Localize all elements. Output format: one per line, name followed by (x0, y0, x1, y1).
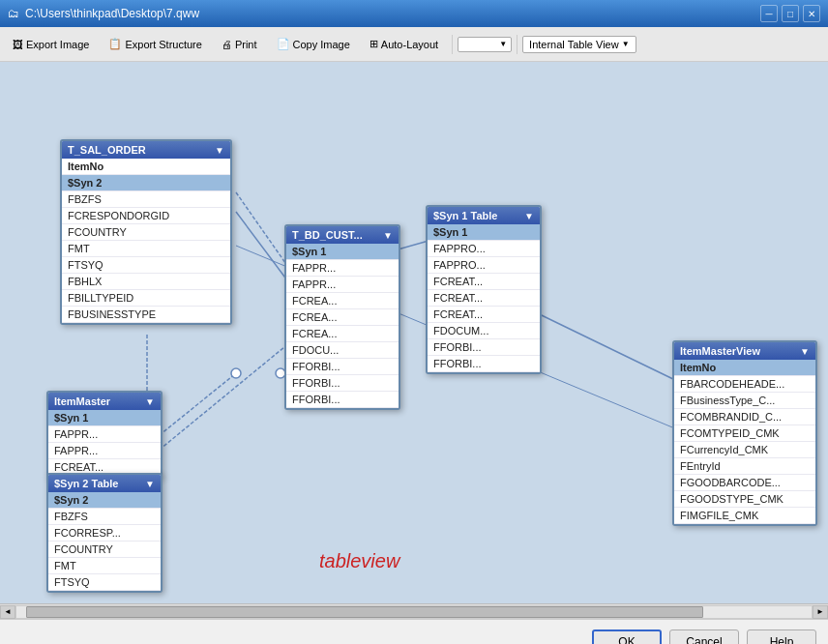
table-row[interactable]: FBUSINESSTYPE (62, 307, 230, 323)
help-button[interactable]: Help (747, 629, 816, 645)
table-row[interactable]: FCREAT... (428, 274, 540, 290)
export-structure-button[interactable]: 📋 Export Structure (100, 34, 210, 54)
zoom-dropdown-arrow[interactable]: ▼ (499, 40, 507, 48)
table-row[interactable]: FGOODSTYPE_CMK (674, 491, 815, 508)
table-ssyn1-body[interactable]: $Syn 1 FAPPRO... FAPPRO... FCREAT... FCR… (428, 224, 540, 372)
table-row[interactable]: $Syn 2 (48, 492, 161, 509)
table-row[interactable]: FAPPRO... (428, 257, 540, 274)
table-t-bd-cust-body[interactable]: $Syn 1 FAPPR... FAPPR... FCREA... FCREA.… (286, 244, 399, 408)
table-row[interactable]: FMT (62, 241, 230, 257)
table-itemmasterview-header: ItemMasterView ▼ (674, 342, 815, 360)
scroll-indicator: ▼ (524, 211, 534, 221)
table-row[interactable]: FTSYQ (48, 574, 161, 591)
minimize-button[interactable]: ─ (760, 5, 778, 22)
table-row[interactable]: FAPPR... (286, 277, 399, 293)
table-row[interactable]: FCOUNTRY (48, 542, 161, 558)
table-row[interactable]: FAPPR... (286, 260, 399, 277)
svg-line-3 (155, 373, 236, 439)
table-row[interactable]: FDOCU... (286, 342, 399, 359)
window-title: C:\Users\thinkpad\Desktop\7.qww (25, 7, 199, 20)
ok-button[interactable]: OK (592, 629, 662, 645)
export-image-icon: 🖼 (13, 39, 23, 50)
table-row[interactable]: FAPPR... (48, 426, 161, 443)
cancel-button[interactable]: Cancel (669, 629, 739, 645)
horizontal-scrollbar[interactable] (15, 605, 813, 619)
view-dropdown[interactable]: Internal Table View ▼ (522, 36, 636, 53)
table-row[interactable]: FTSYQ (62, 257, 230, 274)
scroll-right-button[interactable]: ► (813, 605, 828, 619)
table-row[interactable]: FBARCODEHEADE... (674, 376, 815, 393)
auto-layout-button[interactable]: ⊞ Auto-Layout (361, 34, 447, 54)
close-button[interactable]: ✕ (803, 5, 820, 22)
table-row[interactable]: FBHLX (62, 274, 230, 290)
table-row[interactable]: FBZFS (48, 509, 161, 525)
table-row[interactable]: FGOODBARCODE... (674, 475, 815, 491)
scroll-left-button[interactable]: ◄ (0, 605, 15, 619)
table-t-sal-order-header: T_SAL_ORDER ▼ (62, 141, 230, 159)
table-row[interactable]: FAPPR... (48, 443, 161, 459)
toolbar-sep-1 (452, 35, 453, 54)
table-row[interactable]: FCREA... (286, 326, 399, 342)
table-row[interactable]: $Syn 1 (428, 224, 540, 241)
table-row[interactable]: FCRESPONDORGID (62, 208, 230, 224)
table-row[interactable]: FEntryId (674, 458, 815, 475)
table-row[interactable]: FCREAT... (428, 307, 540, 323)
table-itemmaster-body[interactable]: $Syn 1 FAPPR... FAPPR... FCREAT... (48, 410, 161, 476)
zoom-input[interactable]: 100% (462, 39, 497, 50)
maximize-button[interactable]: □ (782, 5, 799, 22)
table-row[interactable]: FCORRESP... (48, 525, 161, 542)
table-row[interactable]: FCREA... (286, 293, 399, 309)
table-row[interactable]: $Syn 2 (62, 175, 230, 191)
table-row[interactable]: FFORBI... (286, 359, 399, 375)
copy-image-button[interactable]: 📄 Copy Image (268, 34, 359, 54)
scroll-indicator: ▼ (145, 479, 155, 489)
table-ssyn2[interactable]: $Syn 2 Table ▼ $Syn 2 FBZFS FCORRESP... … (46, 473, 163, 593)
table-row[interactable]: FFORBI... (286, 392, 399, 408)
view-label: Internal Table View (529, 39, 619, 50)
table-t-sal-order[interactable]: T_SAL_ORDER ▼ ItemNo $Syn 2 FBZFS FCRESP… (60, 139, 232, 325)
table-t-bd-cust[interactable]: T_BD_CUST... ▼ $Syn 1 FAPPR... FAPPR... … (284, 224, 400, 410)
table-itemmasterview[interactable]: ItemMasterView ▼ ItemNo FBARCODEHEADE...… (672, 340, 817, 526)
table-row[interactable]: FCurrencyId_CMK (674, 442, 815, 458)
table-row[interactable]: FBILLTYPEID (62, 290, 230, 307)
scroll-indicator: ▼ (383, 230, 393, 241)
print-button[interactable]: 🖨 Print (213, 35, 266, 54)
table-row[interactable]: ItemNo (674, 360, 815, 376)
table-row[interactable]: FDOCUM... (428, 323, 540, 339)
table-row[interactable]: FFORBI... (428, 356, 540, 372)
table-row[interactable]: FIMGFILE_CMK (674, 508, 815, 524)
table-row[interactable]: FMT (48, 558, 161, 574)
svg-line-1 (236, 212, 290, 284)
table-ssyn2-body[interactable]: $Syn 2 FBZFS FCORRESP... FCOUNTRY FMT FT… (48, 492, 161, 591)
table-row[interactable]: FFORBI... (286, 375, 399, 392)
title-bar-controls: ─ □ ✕ (760, 5, 820, 22)
table-row[interactable]: FCOMBRANDID_C... (674, 409, 815, 425)
table-itemmasterview-body[interactable]: ItemNo FBARCODEHEADE... FBusinessType_C.… (674, 360, 815, 524)
table-row[interactable]: FFORBI... (428, 339, 540, 356)
table-row[interactable]: ItemNo (62, 159, 230, 175)
table-row[interactable]: FCREAT... (428, 290, 540, 307)
canvas-area[interactable]: T_SAL_ORDER ▼ ItemNo $Syn 2 FBZFS FCRESP… (0, 62, 828, 603)
table-row[interactable]: $Syn 1 (286, 244, 399, 260)
toolbar-sep-2 (517, 35, 518, 54)
table-t-sal-order-body[interactable]: ItemNo $Syn 2 FBZFS FCRESPONDORGID FCOUN… (62, 159, 230, 323)
table-row[interactable]: FCOMTYPEID_CMK (674, 425, 815, 442)
table-row[interactable]: FCREA... (286, 309, 399, 326)
copy-image-icon: 📄 (277, 38, 290, 50)
app-icon: 🗂 (8, 7, 19, 20)
table-row[interactable]: FBZFS (62, 191, 230, 208)
table-row[interactable]: FBusinessType_C... (674, 393, 815, 409)
table-itemmaster[interactable]: ItemMaster ▼ $Syn 1 FAPPR... FAPPR... FC… (46, 391, 163, 478)
title-bar-left: 🗂 C:\Users\thinkpad\Desktop\7.qww (8, 7, 199, 20)
export-image-button[interactable]: 🖼 Export Image (4, 35, 98, 54)
auto-layout-icon: ⊞ (370, 38, 378, 50)
bottom-scrollbar-bar: ◄ ► (0, 603, 828, 619)
table-row[interactable]: $Syn 1 (48, 410, 161, 426)
table-row[interactable]: FAPPRO... (428, 241, 540, 257)
table-row[interactable]: FCOUNTRY (62, 224, 230, 241)
zoom-control[interactable]: 100% ▼ (458, 37, 512, 52)
table-ssyn1[interactable]: $Syn 1 Table ▼ $Syn 1 FAPPRO... FAPPRO..… (426, 205, 542, 374)
view-dropdown-arrow: ▼ (622, 40, 630, 48)
canvas-label: tableview (319, 550, 399, 572)
scrollbar-thumb[interactable] (26, 606, 703, 618)
